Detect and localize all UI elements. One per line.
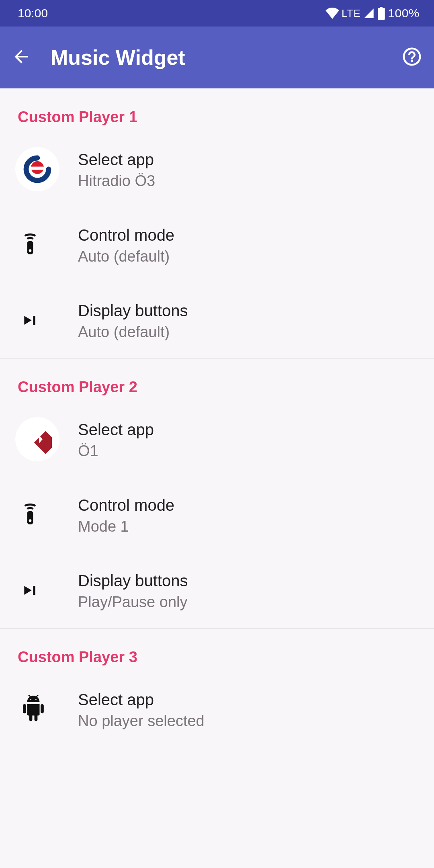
skip-next-icon <box>19 309 41 331</box>
icon-slot <box>18 309 78 331</box>
icon-slot <box>18 579 78 601</box>
back-icon[interactable] <box>11 47 31 68</box>
section-custom-player-2: Custom Player 2 Select app Ö1 <box>0 358 434 628</box>
section-header: Custom Player 3 <box>0 628 434 671</box>
section-header: Custom Player 1 <box>0 88 434 131</box>
row-subtitle: Auto (default) <box>78 323 416 341</box>
app-icon-slot <box>18 695 78 723</box>
svg-rect-4 <box>34 431 52 454</box>
row-title: Display buttons <box>78 570 416 591</box>
row-subtitle: Mode 1 <box>78 518 416 535</box>
status-time: 10:00 <box>18 6 48 20</box>
row-subtitle: Hitradio Ö3 <box>78 172 416 190</box>
icon-slot <box>18 504 78 526</box>
page-title: Music Widget <box>51 45 185 70</box>
row-select-app[interactable]: Select app Ö1 <box>0 401 434 477</box>
hitradio-o3-icon <box>15 147 59 191</box>
row-title: Control mode <box>78 225 416 246</box>
remote-icon <box>19 504 41 526</box>
row-subtitle: Auto (default) <box>78 248 416 265</box>
svg-point-3 <box>29 249 32 252</box>
status-bar: 10:00 LTE 100% <box>0 0 434 27</box>
status-right: LTE 100% <box>326 6 420 20</box>
help-icon[interactable] <box>401 46 423 69</box>
icon-slot <box>18 234 78 256</box>
battery-icon <box>377 7 385 20</box>
app-icon-slot <box>18 417 78 461</box>
row-select-app[interactable]: Select app Hitradio Ö3 <box>0 131 434 207</box>
row-title: Select app <box>78 689 416 710</box>
svg-rect-1 <box>31 167 44 170</box>
row-title: Display buttons <box>78 300 416 321</box>
network-label: LTE <box>342 7 360 20</box>
row-subtitle: Play/Pause only <box>78 594 416 611</box>
wifi-icon <box>326 8 339 19</box>
android-icon <box>19 695 47 723</box>
row-display-buttons[interactable]: Display buttons Auto (default) <box>0 283 434 358</box>
app-bar: Music Widget <box>0 27 434 88</box>
remote-icon <box>19 234 41 256</box>
svg-rect-2 <box>27 241 33 254</box>
row-subtitle: No player selected <box>78 712 416 730</box>
section-custom-player-1: Custom Player 1 Select app Hitradio Ö3 <box>0 88 434 358</box>
row-select-app[interactable]: Select app No player selected <box>0 671 434 747</box>
section-custom-player-3: Custom Player 3 Select app No player sel… <box>0 628 434 747</box>
app-icon-slot <box>18 147 78 191</box>
row-control-mode[interactable]: Control mode Auto (default) <box>0 207 434 283</box>
o1-icon <box>15 417 59 461</box>
skip-next-icon <box>19 579 41 601</box>
row-title: Control mode <box>78 495 416 516</box>
battery-pct: 100% <box>388 6 420 20</box>
row-display-buttons[interactable]: Display buttons Play/Pause only <box>0 553 434 628</box>
section-header: Custom Player 2 <box>0 358 434 401</box>
row-title: Select app <box>78 149 416 170</box>
row-subtitle: Ö1 <box>78 442 416 460</box>
row-title: Select app <box>78 419 416 440</box>
svg-rect-5 <box>27 511 33 524</box>
signal-icon <box>363 8 375 19</box>
row-control-mode[interactable]: Control mode Mode 1 <box>0 477 434 553</box>
svg-point-6 <box>29 519 32 522</box>
